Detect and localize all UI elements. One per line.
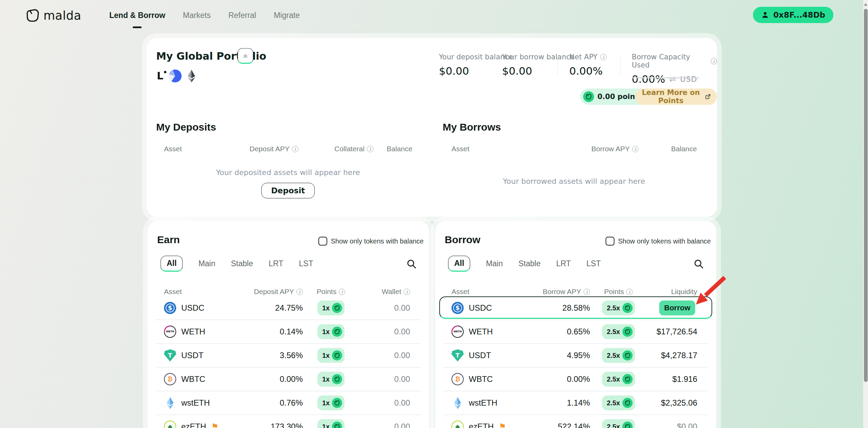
info-icon[interactable]: i (339, 289, 345, 295)
asset-row[interactable]: ◆ ezETH ⚑ 522.14% 2.5x $0.00 (435, 415, 716, 428)
deposits-header-collateral: Collaterali (334, 145, 373, 153)
balance-value: 0.00 (394, 415, 410, 428)
tab[interactable]: LST (299, 259, 313, 268)
asset-row[interactable]: wstETH ⚑ 0.76% 1x 0.00 (148, 391, 429, 415)
info-icon[interactable]: i (632, 146, 639, 152)
tab[interactable]: Main (486, 259, 503, 268)
apy-value: 0.76% (280, 391, 303, 415)
swap-currency-icon[interactable]: ⇌ (669, 74, 676, 84)
info-icon[interactable]: i (292, 146, 298, 152)
borrow-balance-label: Your borrow balance (502, 53, 575, 61)
nav-item[interactable]: Markets (183, 11, 211, 20)
filter-label: Show only tokens with balance (618, 237, 711, 245)
tab[interactable]: All (161, 256, 183, 272)
tab[interactable]: LST (587, 259, 601, 268)
my-borrows-title: My Borrows (443, 121, 501, 133)
borrow-balance-stat: Your borrow balance $0.00 (502, 53, 575, 77)
asset-name: USDC (181, 303, 204, 313)
my-deposits-title: My Deposits (156, 121, 216, 133)
header-liquidity: Liquidity (671, 288, 697, 296)
points-multiplier: 1x (322, 304, 330, 312)
points-multiplier-badge: 2.5x (602, 324, 635, 339)
asset-row[interactable]: T USDT ⚑ 4.95% 2.5x $4,278.17 (435, 344, 716, 367)
nav-item-label: Markets (183, 11, 211, 20)
collapse-button[interactable] (238, 48, 253, 64)
asset-row[interactable]: ₿ WBTC ⚑ 0.00% 2.5x $1.916 (435, 367, 716, 391)
asset-row[interactable]: $ USDC ⚑ 28.58% 2.5x Borrow (435, 296, 716, 320)
borrow-button[interactable]: Borrow (659, 300, 695, 315)
info-icon[interactable]: i (600, 54, 607, 60)
tab[interactable]: All (448, 256, 470, 272)
learn-more-points-button[interactable]: Learn More on Points (635, 89, 717, 105)
token-icon: ₿ (164, 373, 176, 385)
deposits-empty-text: Your deposited assets will appear here (164, 168, 412, 177)
points-multiplier-badge: 1x (317, 324, 345, 339)
malda-points-icon (622, 398, 632, 408)
balance-value: $1.916 (672, 367, 697, 391)
search-icon[interactable] (406, 258, 417, 269)
malda-points-icon (332, 398, 342, 408)
tab[interactable]: Stable (231, 259, 253, 268)
asset-row[interactable]: wstETH ⚑ 1.14% 2.5x $2,325.06 (435, 391, 716, 415)
asset-row[interactable]: ◆ ezETH ⚑ 173.30% 1x 0.00 (148, 415, 429, 428)
deposit-button[interactable]: Deposit (261, 183, 315, 198)
token-icon: T (164, 349, 176, 362)
asset-name: ezETH (469, 422, 494, 428)
scrollbar-thumb[interactable] (864, 9, 868, 382)
nav-item[interactable]: Lend & Borrow (109, 11, 165, 20)
asset-row[interactable]: WETH WETH ⚑ 0.14% 1x 0.00 (148, 320, 429, 344)
points-multiplier: 2.5x (607, 352, 620, 359)
checkbox[interactable] (318, 237, 327, 246)
asset-name: WETH (469, 327, 493, 336)
info-icon[interactable]: i (404, 289, 410, 295)
search-icon[interactable] (693, 258, 704, 269)
asset-name: USDT (469, 351, 491, 360)
asset-row[interactable]: T USDT ⚑ 3.56% 1x 0.00 (148, 344, 429, 367)
asset-row[interactable]: $ USDC ⚑ 24.75% 1x 0.00 (148, 296, 429, 320)
header-wallet: Walleti (382, 288, 410, 296)
nav-item[interactable]: Migrate (274, 11, 300, 20)
tab[interactable]: LRT (269, 259, 283, 268)
info-icon[interactable]: i (584, 289, 590, 295)
asset-row[interactable]: WETH WETH ⚑ 0.65% 2.5x $17,726.54 (435, 320, 716, 344)
tab[interactable]: Stable (518, 259, 540, 268)
asset-name: WBTC (181, 374, 205, 384)
app-root: malda Lend & BorrowMarketsReferralMigrat… (0, 0, 868, 428)
header-asset: Asset (451, 288, 469, 296)
earn-table-header: Asset Deposit APYi Pointsi Walleti (148, 288, 429, 296)
token-icon: ◆ (164, 421, 176, 428)
borrow-balance-filter[interactable]: Show only tokens with balance (606, 237, 711, 246)
flag-icon: ⚑ (499, 423, 506, 428)
malda-points-icon (622, 303, 632, 313)
currency-unit: USD (680, 75, 697, 83)
balance-value: $0.00 (677, 415, 697, 428)
wallet-button[interactable]: 0x8F...48Db (753, 7, 833, 23)
brand-logo[interactable]: malda (24, 7, 81, 24)
info-icon[interactable]: i (626, 289, 633, 295)
points-multiplier-badge: 2.5x (602, 395, 635, 410)
info-icon[interactable]: i (711, 58, 717, 64)
earn-balance-filter[interactable]: Show only tokens with balance (318, 237, 424, 246)
malda-points-icon (332, 350, 342, 361)
deposits-header-balance: Balance (387, 145, 412, 153)
scrollbar[interactable] (863, 0, 868, 428)
earn-rows: $ USDC ⚑ 24.75% 1x 0.00 WETH WETH ⚑ 0.14… (148, 296, 429, 428)
borrow-capacity-label: Borrow Capacity Used (632, 53, 708, 69)
tab[interactable]: LRT (556, 259, 571, 268)
header-asset: Asset (164, 288, 182, 296)
nav-item-label: Referral (228, 11, 256, 20)
info-icon[interactable]: i (296, 289, 303, 295)
asset-row[interactable]: ₿ WBTC ⚑ 0.00% 1x 0.00 (148, 367, 429, 391)
points-multiplier-badge: 1x (317, 372, 345, 387)
checkbox[interactable] (606, 237, 614, 246)
token-icon (451, 397, 464, 409)
points-multiplier: 2.5x (607, 423, 620, 428)
scrollbar-up-arrow[interactable] (864, 3, 867, 6)
points-multiplier: 1x (322, 423, 330, 428)
info-icon[interactable]: i (367, 146, 373, 152)
ethereum-icon (187, 69, 196, 83)
borrows-empty-text: Your borrowed assets will appear here (451, 177, 697, 186)
top-nav: malda Lend & BorrowMarketsReferralMigrat… (0, 0, 863, 31)
nav-item[interactable]: Referral (228, 11, 256, 20)
tab[interactable]: Main (198, 259, 215, 268)
